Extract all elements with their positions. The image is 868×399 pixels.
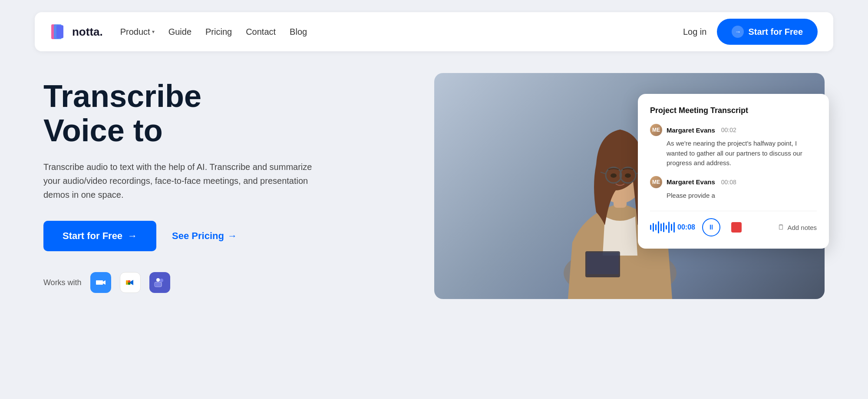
transcript-card: Project Meeting Transcript ME Margaret E… <box>638 94 829 249</box>
transcript-card-title: Project Meeting Transcript <box>650 106 817 115</box>
hero-left: Transcribe Voice to Transcribe audio to … <box>43 79 347 293</box>
logo[interactable]: notta. <box>50 23 103 41</box>
waveform-bar <box>650 225 651 230</box>
stop-icon <box>731 222 742 233</box>
waveform-icon <box>650 221 675 233</box>
notes-icon: 🗒 <box>778 223 785 231</box>
svg-rect-7 <box>155 282 162 287</box>
nav-product[interactable]: Product ▾ <box>120 27 155 37</box>
pause-button[interactable]: ⏸ <box>702 218 720 236</box>
svg-point-17 <box>611 173 617 178</box>
start-free-nav-button[interactable]: → Start for Free <box>717 19 818 45</box>
speaker-row-1: ME Margaret Evans 00:02 <box>650 124 817 136</box>
microsoft-teams-icon <box>149 272 170 293</box>
works-with: Works with <box>43 272 347 293</box>
logo-text: notta. <box>72 25 103 39</box>
arrow-right-icon: → <box>228 230 237 242</box>
nav-right: Log in → Start for Free <box>683 19 818 45</box>
hero-right: Project Meeting Transcript ME Margaret E… <box>434 73 825 299</box>
nav-links: Product ▾ Guide Pricing Contact Blog <box>120 27 307 37</box>
svg-rect-2 <box>56 25 63 38</box>
waveform-bar <box>663 223 664 232</box>
playback-time: 00:08 <box>650 221 695 233</box>
svg-point-18 <box>625 173 631 178</box>
arrow-right-icon: → <box>128 230 137 242</box>
speaker-avatar-1: ME <box>650 124 662 136</box>
waveform-bar <box>666 225 667 229</box>
google-meet-icon <box>120 272 141 293</box>
speaker-name-2: Margaret Evans <box>667 178 715 186</box>
works-with-label: Works with <box>43 278 82 287</box>
waveform-bar <box>671 224 672 231</box>
arrow-right-icon: → <box>732 26 744 38</box>
waveform-bar <box>660 223 662 231</box>
transcript-entry-2: ME Margaret Evans 00:08 Please provide a <box>650 176 817 201</box>
chevron-down-icon: ▾ <box>152 29 155 35</box>
transcript-text-1: As we're nearing the project's halfway p… <box>650 139 817 168</box>
transcript-text-2: Please provide a <box>650 191 817 201</box>
hero-cta: Start for Free → See Pricing → <box>43 221 347 251</box>
transcript-controls: 00:08 ⏸ 🗒 Add notes <box>650 211 817 236</box>
zoom-icon <box>90 272 111 293</box>
nav-left: notta. Product ▾ Guide Pricing Contact B… <box>50 23 307 41</box>
hero-section: Transcribe Voice to Transcribe audio to … <box>35 73 833 299</box>
login-link[interactable]: Log in <box>683 27 707 37</box>
pause-icon: ⏸ <box>708 223 715 231</box>
hero-description: Transcribe audio to text with the help o… <box>43 160 313 202</box>
navbar: notta. Product ▾ Guide Pricing Contact B… <box>35 12 833 51</box>
transcript-entry-1: ME Margaret Evans 00:02 As we're nearing… <box>650 124 817 168</box>
see-pricing-link[interactable]: See Pricing → <box>172 230 237 242</box>
stop-button[interactable] <box>727 218 746 236</box>
waveform-bar <box>673 222 675 233</box>
waveform-bar <box>653 223 654 232</box>
speaker-row-2: ME Margaret Evans 00:08 <box>650 176 817 188</box>
svg-rect-20 <box>587 253 619 274</box>
nav-blog[interactable]: Blog <box>290 27 307 37</box>
nav-contact[interactable]: Contact <box>246 27 276 37</box>
waveform-bar <box>655 224 657 230</box>
waveform-bar <box>668 222 670 233</box>
speaker-time-1: 00:02 <box>721 126 736 133</box>
logo-icon <box>50 23 69 41</box>
add-notes-button[interactable]: 🗒 Add notes <box>778 223 817 231</box>
hero-title: Transcribe Voice to <box>43 79 347 148</box>
speaker-avatar-2: ME <box>650 176 662 188</box>
svg-point-6 <box>160 279 163 282</box>
nav-pricing[interactable]: Pricing <box>205 27 232 37</box>
start-free-hero-button[interactable]: Start for Free → <box>43 221 156 251</box>
speaker-time-2: 00:08 <box>721 179 736 186</box>
waveform-bar <box>658 221 659 233</box>
nav-guide[interactable]: Guide <box>168 27 191 37</box>
speaker-name-1: Margaret Evans <box>667 126 715 134</box>
